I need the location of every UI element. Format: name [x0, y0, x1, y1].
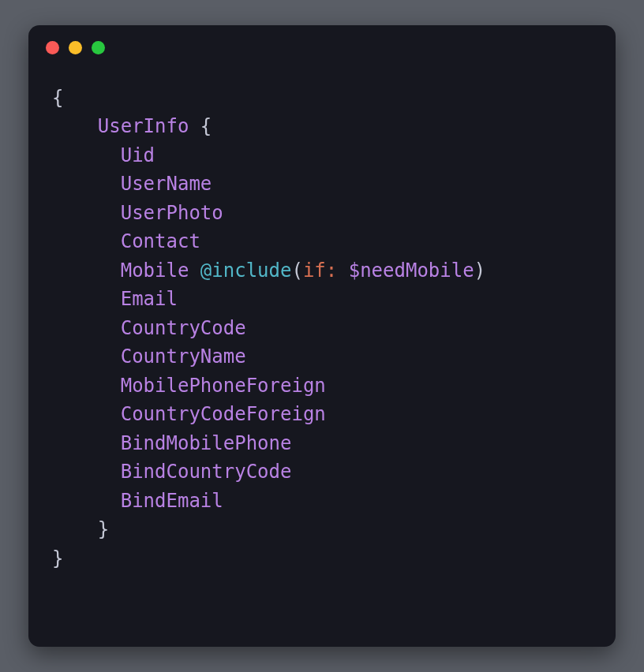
paren-close: ) [474, 259, 485, 282]
brace-close: } [52, 547, 63, 569]
root-type: UserInfo [98, 115, 189, 137]
close-icon[interactable] [46, 41, 59, 54]
brace-open: { [52, 87, 63, 109]
field-bindmobilephone: BindMobilePhone [121, 432, 292, 454]
field-mobile: Mobile [121, 259, 189, 282]
paren-open: ( [291, 259, 302, 282]
field-contact: Contact [121, 230, 200, 252]
directive-arg: if [303, 259, 326, 282]
colon: : [326, 259, 337, 282]
field-email: Email [121, 288, 178, 310]
field-countryname: CountryName [121, 345, 246, 368]
field-bindemail: BindEmail [121, 490, 223, 512]
field-username: UserName [121, 173, 212, 195]
code-block: { UserInfo { Uid UserName UserPhoto Cont… [28, 69, 616, 596]
field-uid: Uid [121, 144, 155, 166]
field-userphoto: UserPhoto [121, 202, 223, 224]
field-countrycode: CountryCode [121, 317, 246, 339]
brace-close: } [98, 518, 109, 540]
window-titlebar [28, 25, 616, 69]
space [189, 259, 200, 282]
field-bindcountrycode: BindCountryCode [121, 461, 292, 483]
directive-include: @include [200, 259, 292, 282]
zoom-icon[interactable] [92, 41, 105, 54]
space [189, 115, 200, 137]
space [337, 259, 348, 282]
field-countrycodeforeign: CountryCodeForeign [121, 403, 326, 425]
code-window: { UserInfo { Uid UserName UserPhoto Cont… [28, 25, 616, 647]
field-mobilephoneforeign: MobilePhoneForeign [121, 375, 326, 397]
directive-var: $needMobile [349, 259, 474, 282]
minimize-icon[interactable] [69, 41, 82, 54]
brace-open: { [200, 115, 212, 137]
